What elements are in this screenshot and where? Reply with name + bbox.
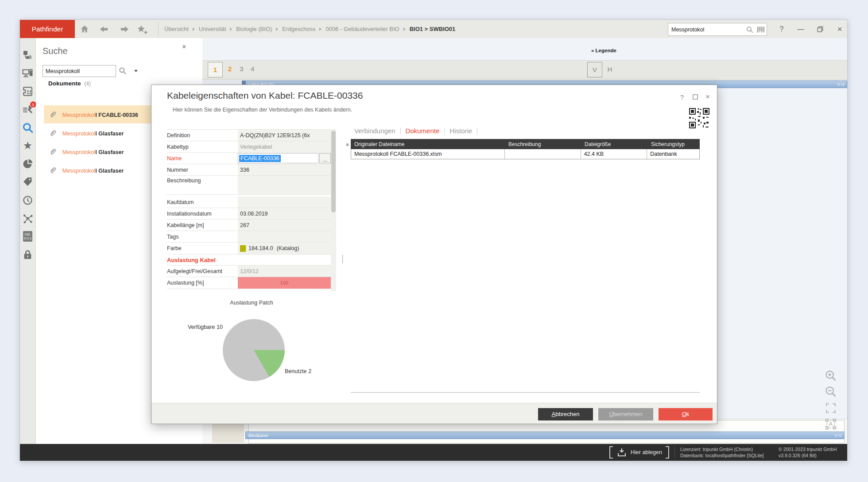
page-button-3[interactable]: 3: [240, 65, 243, 73]
property-value[interactable]: [238, 197, 331, 208]
app-logo[interactable]: Pathfinder: [20, 20, 75, 38]
ip-address-icon[interactable]: 192. 0.0.1: [22, 230, 34, 243]
home-icon[interactable]: [79, 24, 90, 35]
table-row[interactable]: Messprotokoll FCABLE-00336.xlsm 42.4 KB …: [351, 149, 700, 159]
property-row-nummer: Nummer 336: [167, 164, 331, 176]
property-value[interactable]: [238, 231, 331, 242]
tab-dokumente[interactable]: Dokumente: [406, 127, 440, 135]
dialog-help-icon[interactable]: ?: [676, 92, 688, 102]
breadcrumb-item[interactable]: Erdgeschoss: [282, 26, 315, 32]
version-info: © 2001-2023 tripunkt GmbH v3.9.0.326 (64…: [779, 446, 837, 459]
panel-close-icon[interactable]: ×: [182, 43, 186, 51]
color-value[interactable]: 184.184.0 (Katalog): [238, 243, 331, 254]
search-result-item[interactable]: Messprotokoll Glasfaser: [44, 143, 154, 161]
search-icon[interactable]: [22, 121, 34, 134]
panel-search-icon[interactable]: [118, 66, 127, 77]
column-header[interactable]: Dateigröße: [581, 139, 647, 149]
property-value[interactable]: [238, 176, 331, 194]
page-button-1[interactable]: 1: [208, 62, 223, 77]
database-line: Datenbank: localhost\pathfinder [SQLite]: [680, 452, 764, 459]
property-label: Aufgelegt/Frei/Gesamt: [167, 266, 238, 277]
pie-chart-icon[interactable]: [22, 158, 34, 170]
back-icon[interactable]: [99, 24, 109, 35]
name-more-button[interactable]: ...: [319, 153, 331, 163]
workstation-icon[interactable]: [22, 67, 34, 79]
view-vertical-button[interactable]: V: [587, 62, 602, 77]
property-value: Verlegekabel: [238, 141, 331, 152]
favorites-icon[interactable]: ★: [22, 139, 34, 152]
clock-icon[interactable]: [22, 194, 34, 206]
panel-splitter[interactable]: [342, 255, 343, 263]
lock-icon[interactable]: [22, 248, 34, 261]
group-count: (4): [84, 81, 91, 87]
search-icon[interactable]: [746, 26, 754, 34]
drop-label: Hier ablegen: [631, 449, 662, 455]
qr-code[interactable]: [689, 108, 709, 130]
add-favorite-icon[interactable]: [137, 24, 147, 35]
restore-button[interactable]: [814, 20, 827, 38]
pie-label-used: Benutzte2: [285, 368, 311, 374]
apply-button[interactable]: Übernehmen: [598, 408, 653, 420]
rack-unit-bottom[interactable]: Blindpanel V H: [245, 432, 845, 439]
floorplan-icon[interactable]: [22, 85, 34, 97]
dialog-maximize-icon[interactable]: [690, 92, 701, 102]
ok-button[interactable]: Ok: [659, 408, 713, 420]
search-options-caret-icon[interactable]: [134, 70, 138, 72]
property-label: Installationsdatum: [167, 208, 238, 219]
dialog-close-icon[interactable]: ×: [702, 92, 713, 102]
column-header[interactable]: Originaler Dateiname: [351, 139, 505, 149]
column-header[interactable]: Beschreibung: [505, 139, 581, 149]
search-result-item[interactable]: Messprotokoll Glasfaser: [44, 124, 154, 142]
tasks-icon[interactable]: 3: [22, 103, 34, 116]
chevron-right-icon: [319, 27, 322, 31]
zoom-in-icon[interactable]: [824, 369, 837, 382]
zoom-out-icon[interactable]: [824, 385, 837, 398]
breadcrumb-item[interactable]: 0006 - Gebäudeverteiler BIO: [326, 26, 399, 32]
cancel-button[interactable]: Abbrechen: [538, 408, 593, 420]
property-value[interactable]: 03.08.2019: [238, 208, 331, 219]
fit-screen-icon[interactable]: [824, 401, 837, 415]
property-value[interactable]: 267: [238, 220, 331, 231]
forward-icon[interactable]: [119, 24, 130, 35]
page-button-4[interactable]: 4: [251, 65, 254, 73]
column-header[interactable]: Sicherungstyp: [647, 139, 700, 149]
home-icon: [80, 24, 89, 34]
panel-search-input[interactable]: [43, 66, 116, 77]
page-button-2[interactable]: 2: [228, 65, 232, 73]
property-value[interactable]: 336: [238, 164, 331, 175]
search-result-item[interactable]: Messprotokoll FCABLE-00336: [44, 105, 154, 123]
tag-icon[interactable]: [22, 176, 34, 188]
scrollbar-thumb[interactable]: [331, 131, 336, 212]
property-row-kaufdatum: Kaufdatum: [167, 197, 331, 208]
property-label: Farbe: [167, 243, 238, 254]
breadcrumb-current[interactable]: BIO1 > SWBIO01: [410, 26, 456, 32]
canvas-toolbar: 1 2 3 4 V H: [202, 60, 847, 80]
close-button[interactable]: ×: [833, 20, 846, 38]
breadcrumb-item[interactable]: Biologie (BIO): [236, 26, 272, 32]
pie-label-available: Verfügbare10: [167, 324, 223, 330]
status-bar: Hier ablegen Lizenziert: tripunkt GmbH (…: [20, 444, 847, 461]
dialog-footer: Abbrechen Übernehmen Ok: [151, 403, 717, 423]
rack-side-cell: [212, 421, 244, 443]
legend-toggle[interactable]: « Legende: [591, 48, 616, 53]
drop-zone[interactable]: Hier ablegen: [609, 445, 669, 459]
global-search-input[interactable]: [668, 27, 746, 33]
barcode-icon[interactable]: [757, 26, 765, 33]
tab-verbindungen[interactable]: Verbindungen: [354, 127, 395, 135]
section-header-cable: Auslastung Kabel: [167, 254, 331, 265]
property-row-tags: Tags: [167, 231, 331, 243]
minimize-button[interactable]: —: [794, 20, 807, 38]
network-icon[interactable]: [22, 212, 34, 224]
search-result-item[interactable]: Messprotokoll Glasfaser: [44, 161, 154, 179]
help-button[interactable]: ?: [775, 20, 788, 38]
tab-historie[interactable]: Historie: [450, 127, 472, 135]
property-scrollbar[interactable]: [331, 129, 336, 291]
breadcrumb-item[interactable]: Universität: [199, 26, 226, 32]
hierarchy-icon[interactable]: [22, 49, 34, 61]
table-header: Originaler Dateiname Beschreibung Dateig…: [351, 139, 700, 149]
name-input[interactable]: FCABLE-00336: [238, 153, 318, 163]
text-select-icon[interactable]: A: [824, 417, 837, 431]
view-horizontal-button[interactable]: H: [603, 62, 616, 77]
property-value[interactable]: A-DQ(ZN)B2Y 12E9/125 (6x: [238, 130, 331, 141]
breadcrumb-item[interactable]: Übersicht: [164, 26, 189, 32]
